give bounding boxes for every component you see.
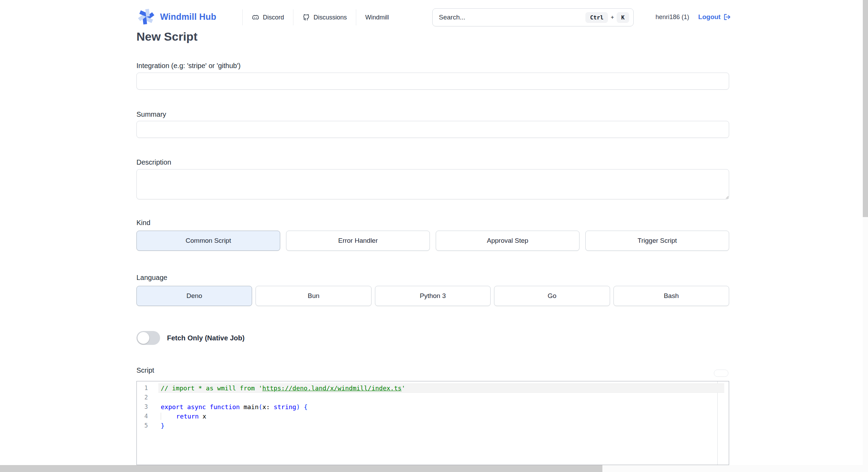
integration-input[interactable] <box>136 73 729 90</box>
logout-icon <box>723 13 731 21</box>
code-line[interactable]: 5} <box>137 421 729 430</box>
user-area: henri186 (1) Logout <box>656 13 731 21</box>
header-nav: DiscordDiscussionsWindmill <box>242 9 398 26</box>
code-token: return <box>176 413 199 420</box>
logout-button[interactable]: Logout <box>698 13 731 21</box>
code-token: ( <box>259 403 262 411</box>
vertical-scrollbar[interactable] <box>863 0 868 465</box>
code-token: x <box>199 413 206 420</box>
kbd-plus: + <box>611 14 614 20</box>
kind-option-common-script[interactable]: Common Script <box>136 231 280 251</box>
toggle-knob <box>137 332 149 344</box>
fetch-only-toggle[interactable] <box>136 331 160 345</box>
code-line-content <box>158 393 161 402</box>
code-token <box>206 403 210 411</box>
code-token: async <box>187 403 206 411</box>
language-option-go[interactable]: Go <box>494 286 610 306</box>
nav-item-windmill[interactable]: Windmill <box>356 14 398 21</box>
nav-item-discord[interactable]: Discord <box>243 14 293 21</box>
code-editor[interactable]: 1// import * as wmill from 'https://deno… <box>136 381 729 465</box>
page-title: New Script <box>136 30 198 43</box>
line-number: 2 <box>137 393 158 402</box>
language-option-bun[interactable]: Bun <box>256 286 371 306</box>
kind-option-trigger-script[interactable]: Trigger Script <box>585 231 729 251</box>
discord-icon <box>252 14 259 21</box>
integration-label: Integration (e.g: 'stripe' or 'github') <box>136 62 241 70</box>
language-option-python-3[interactable]: Python 3 <box>375 286 491 306</box>
horizontal-scrollbar[interactable] <box>0 465 868 472</box>
kbd-k: K <box>617 12 629 23</box>
code-token <box>183 403 187 411</box>
code-token <box>300 403 304 411</box>
kind-option-error-handler[interactable]: Error Handler <box>286 231 430 251</box>
brand-name: Windmill Hub <box>160 12 216 22</box>
code-token: main <box>240 403 259 411</box>
code-line[interactable]: 1// import * as wmill from 'https://deno… <box>137 383 729 393</box>
fetch-only-label: Fetch Only (Native Job) <box>167 334 244 342</box>
code-token: // import * as wmill from ' <box>161 384 262 392</box>
code-line-content: } <box>158 421 165 430</box>
editor-toggle-pill[interactable] <box>714 370 728 377</box>
language-options: DenoBunPython 3GoBash <box>136 286 729 306</box>
code-token: function <box>210 403 240 411</box>
code-line[interactable]: 4 return x <box>137 412 729 421</box>
kind-options: Common ScriptError HandlerApproval StepT… <box>136 231 729 251</box>
code-token: export <box>161 403 183 411</box>
vertical-scrollbar-thumb[interactable] <box>863 0 868 217</box>
username: henri186 (1) <box>656 14 689 21</box>
code-line-content: // import * as wmill from 'https://deno.… <box>158 383 405 393</box>
github-icon <box>302 14 310 21</box>
description-label: Description <box>136 158 171 166</box>
language-label: Language <box>136 274 167 282</box>
code-token: ' <box>402 384 406 392</box>
code-line-content: export async function main(x: string) { <box>158 402 308 412</box>
language-option-bash[interactable]: Bash <box>614 286 729 306</box>
code-token: x: <box>262 403 274 411</box>
line-number: 3 <box>137 402 158 412</box>
nav-item-label: Discussions <box>314 14 347 21</box>
code-token: string <box>274 403 296 411</box>
description-textarea[interactable] <box>136 169 729 199</box>
search-placeholder: Search... <box>439 14 585 21</box>
windmill-logo-icon <box>136 7 156 26</box>
code-line-content: return x <box>158 412 206 421</box>
summary-label: Summary <box>136 110 166 118</box>
code-url-link[interactable]: https://deno.land/x/windmill/index.ts <box>262 384 402 392</box>
code-line[interactable]: 2 <box>137 393 729 402</box>
brand[interactable]: Windmill Hub <box>136 7 216 26</box>
line-number: 4 <box>137 412 158 421</box>
kind-label: Kind <box>136 219 150 227</box>
logout-label: Logout <box>698 13 720 21</box>
nav-item-label: Windmill <box>365 14 389 21</box>
search-input[interactable]: Search... Ctrl + K <box>432 8 634 26</box>
nav-item-label: Discord <box>263 14 284 21</box>
code-token: ) <box>296 403 300 411</box>
script-label: Script <box>136 366 154 374</box>
kind-option-approval-step[interactable]: Approval Step <box>436 231 579 251</box>
code-line[interactable]: 3export async function main(x: string) { <box>137 402 729 412</box>
summary-input[interactable] <box>136 121 729 138</box>
fetch-only-row: Fetch Only (Native Job) <box>136 331 244 345</box>
horizontal-scrollbar-thumb[interactable] <box>0 465 602 472</box>
line-number: 5 <box>137 421 158 430</box>
language-option-deno[interactable]: Deno <box>136 286 252 306</box>
code-token: } <box>161 422 165 429</box>
kbd-ctrl: Ctrl <box>585 12 608 23</box>
nav-item-discussions[interactable]: Discussions <box>293 14 356 21</box>
code-token <box>161 413 176 420</box>
code-token: { <box>304 403 308 411</box>
line-number: 1 <box>137 383 158 393</box>
